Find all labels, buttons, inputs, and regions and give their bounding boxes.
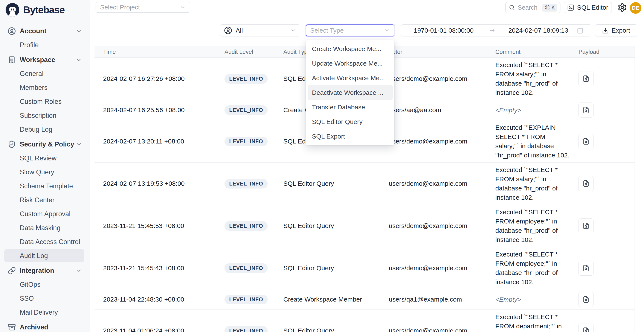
payload-view-button[interactable] bbox=[578, 176, 594, 191]
column-header-time: Time bbox=[94, 49, 224, 55]
sidebar: Bytebase AccountProfileWorkspaceGeneralM… bbox=[0, 0, 90, 332]
comment-text: Executed `"SELECT * FROM employee;"` in … bbox=[495, 208, 558, 243]
download-icon bbox=[602, 27, 609, 34]
date-range-picker[interactable]: 1970-01-01 08:00:00 2024-02-07 18:09:13 bbox=[401, 24, 591, 36]
sidebar-item-integration[interactable]: Integration bbox=[0, 264, 90, 278]
type-menu-item-transfer-database[interactable]: Transfer Database bbox=[308, 100, 393, 115]
sidebar-item-security-policy[interactable]: Security & Policy bbox=[0, 137, 90, 151]
cell-payload bbox=[576, 176, 635, 191]
sidebar-item-slow-query[interactable]: Slow Query bbox=[0, 165, 90, 179]
table-row: 2024-02-07 13:19:53 +08:00LEVEL_INFOSQL … bbox=[94, 163, 634, 205]
cell-comment: Executed `"SELECT * FROM employee;"` in … bbox=[495, 207, 576, 244]
sidebar-item-data-masking[interactable]: Data Masking bbox=[0, 221, 90, 235]
payload-view-button[interactable] bbox=[578, 292, 594, 307]
avatar[interactable]: DE bbox=[630, 2, 642, 14]
sidebar-item-label: Audit Log bbox=[20, 252, 48, 260]
table-row: 2023-11-21 15:45:43 +08:00LEVEL_INFOSQL … bbox=[94, 247, 634, 289]
cell-audit-level: LEVEL_INFO bbox=[224, 221, 283, 231]
payload-view-button[interactable] bbox=[578, 261, 594, 276]
payload-view-button[interactable] bbox=[578, 218, 594, 233]
type-menu-item-sql-editor-query[interactable]: SQL Editor Query bbox=[308, 115, 393, 129]
chevron-down-icon bbox=[384, 27, 390, 33]
file-search-icon bbox=[582, 180, 590, 187]
comment-text: Executed `"SELECT * FROM salary;"` in da… bbox=[495, 166, 558, 201]
file-search-icon bbox=[582, 106, 590, 114]
cell-actor: users/demo@example.com bbox=[389, 75, 495, 82]
sidebar-item-custom-roles[interactable]: Custom Roles bbox=[0, 95, 90, 109]
brand-logo[interactable]: Bytebase bbox=[5, 2, 65, 17]
sidebar-item-gitops[interactable]: GitOps bbox=[0, 278, 90, 292]
sidebar-item-label: Security & Policy bbox=[20, 141, 74, 148]
sidebar-item-archived[interactable]: Archived bbox=[0, 320, 90, 332]
cell-time: 2024-02-07 13:19:53 +08:00 bbox=[94, 180, 224, 187]
cell-audit-type: SQL Editor Query bbox=[283, 327, 389, 332]
payload-view-button[interactable] bbox=[578, 134, 594, 149]
sidebar-item-label: Debug Log bbox=[20, 126, 52, 133]
sidebar-item-profile[interactable]: Profile bbox=[0, 38, 90, 52]
sidebar-item-members[interactable]: Members bbox=[0, 81, 90, 95]
sidebar-item-label: SQL Review bbox=[20, 155, 56, 162]
table-row: 2023-11-21 15:45:53 +08:00LEVEL_INFOSQL … bbox=[94, 205, 634, 247]
type-filter-placeholder: Select Type bbox=[310, 27, 344, 34]
main-area: Select Project Search ⌘ K SQL Editor DE … bbox=[90, 0, 644, 332]
chevron-down-icon bbox=[76, 57, 82, 63]
search-input[interactable]: Search ⌘ K bbox=[506, 2, 560, 13]
type-menu-item-create-workspace-me[interactable]: Create Workspace Me... bbox=[308, 42, 393, 56]
select-project-placeholder: Select Project bbox=[100, 4, 140, 11]
sidebar-item-general[interactable]: General bbox=[0, 67, 90, 81]
search-placeholder: Search bbox=[518, 4, 540, 11]
sidebar-item-schema-template[interactable]: Schema Template bbox=[0, 179, 90, 193]
export-button[interactable]: Export bbox=[595, 24, 637, 36]
level-badge: LEVEL_INFO bbox=[224, 295, 268, 304]
payload-view-button[interactable] bbox=[578, 323, 594, 332]
sidebar-item-label: Integration bbox=[20, 267, 54, 275]
cell-audit-level: LEVEL_INFO bbox=[224, 74, 283, 84]
sidebar-item-audit-log[interactable]: Audit Log bbox=[0, 249, 90, 263]
cell-time: 2023-11-04 22:48:30 +08:00 bbox=[94, 296, 224, 303]
cell-time: 2024-02-07 13:20:11 +08:00 bbox=[94, 138, 224, 145]
level-badge: LEVEL_INFO bbox=[224, 326, 268, 332]
date-to-value: 2024-02-07 18:09:13 bbox=[508, 27, 568, 34]
sidebar-item-sql-review[interactable]: SQL Review bbox=[0, 151, 90, 165]
sidebar-item-label: Subscription bbox=[20, 112, 56, 120]
sidebar-item-sso[interactable]: SSO bbox=[0, 292, 90, 305]
cell-payload bbox=[576, 71, 635, 86]
sidebar-item-account[interactable]: Account bbox=[0, 24, 90, 38]
sql-editor-label: SQL Editor bbox=[577, 4, 608, 11]
sidebar-item-label: Schema Template bbox=[20, 182, 73, 190]
level-badge: LEVEL_INFO bbox=[224, 263, 268, 273]
sidebar-item-workspace[interactable]: Workspace bbox=[0, 53, 90, 67]
comment-text: Executed `"SELECT * FROM salary;"` in da… bbox=[495, 61, 558, 96]
sidebar-item-subscription[interactable]: Subscription bbox=[0, 109, 90, 123]
payload-view-button[interactable] bbox=[578, 103, 594, 118]
cell-audit-type: SQL Editor Query bbox=[283, 180, 389, 187]
actor-filter-select[interactable]: All bbox=[220, 24, 300, 36]
file-search-icon bbox=[582, 327, 590, 332]
cell-time: 2024-02-07 16:27:26 +08:00 bbox=[94, 75, 224, 82]
sidebar-item-mail-delivery[interactable]: Mail Delivery bbox=[0, 305, 90, 319]
type-filter-select[interactable]: Select Type bbox=[306, 24, 394, 36]
type-menu-item-sql-export[interactable]: SQL Export bbox=[308, 129, 393, 144]
cell-payload bbox=[576, 323, 635, 332]
cell-audit-level: LEVEL_INFO bbox=[224, 326, 283, 332]
archive-icon bbox=[8, 323, 16, 331]
bytebase-app: Bytebase AccountProfileWorkspaceGeneralM… bbox=[0, 0, 644, 332]
type-menu-item-activate-workspace-me[interactable]: Activate Workspace Me... bbox=[308, 71, 393, 85]
link-icon bbox=[8, 267, 16, 275]
type-menu-item-deactivate-workspace[interactable]: Deactivate Workspace ... bbox=[308, 85, 393, 100]
sql-editor-button[interactable]: SQL Editor bbox=[564, 2, 612, 13]
payload-view-button[interactable] bbox=[578, 71, 594, 86]
sidebar-item-custom-approval[interactable]: Custom Approval bbox=[0, 207, 90, 221]
sidebar-item-debug-log[interactable]: Debug Log bbox=[0, 123, 90, 136]
type-menu-item-update-workspace-me[interactable]: Update Workspace Me... bbox=[308, 56, 393, 71]
cell-comment: Executed `"SELECT * FROM employee;"` in … bbox=[495, 250, 576, 287]
cell-comment: Executed `"EXPLAIN SELECT * FROM salary;… bbox=[495, 123, 576, 160]
file-search-icon bbox=[582, 138, 590, 145]
calendar-icon bbox=[576, 27, 584, 34]
cell-actor: users/demo@example.com bbox=[389, 327, 495, 332]
sidebar-item-data-access-control[interactable]: Data Access Control bbox=[0, 235, 90, 249]
select-project-dropdown[interactable]: Select Project bbox=[96, 2, 190, 13]
file-search-icon bbox=[582, 264, 590, 272]
sidebar-item-risk-center[interactable]: Risk Center bbox=[0, 193, 90, 207]
gear-icon[interactable] bbox=[618, 3, 627, 12]
